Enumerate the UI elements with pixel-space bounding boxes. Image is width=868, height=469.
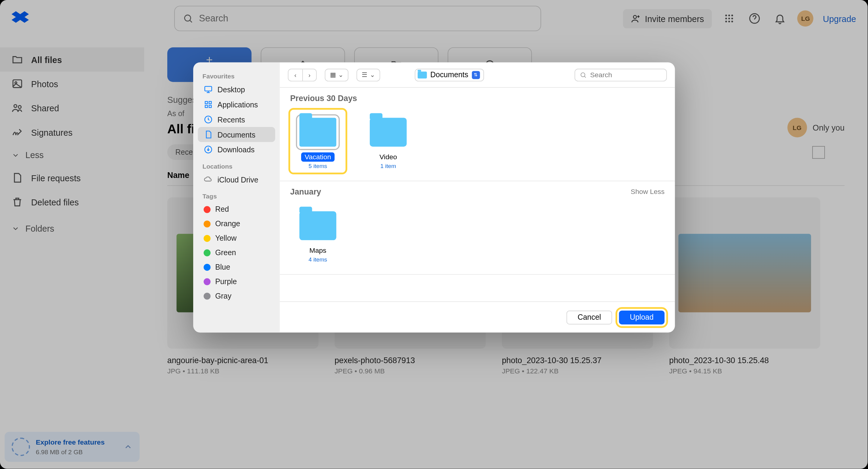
tag-label: Blue bbox=[215, 263, 230, 271]
doc-icon bbox=[204, 130, 213, 139]
folder-item[interactable]: Video 1 item bbox=[361, 110, 416, 173]
dialog-tag-item[interactable]: Green bbox=[198, 245, 275, 260]
group-title: Previous 30 Days bbox=[290, 93, 357, 103]
chevron-down-icon: ⌄ bbox=[338, 71, 343, 79]
dialog-search-input[interactable] bbox=[590, 70, 659, 79]
dialog-tag-item[interactable]: Blue bbox=[198, 260, 275, 274]
dialog-tag-item[interactable]: Orange bbox=[198, 216, 275, 231]
folder-icon bbox=[418, 71, 427, 78]
clock-icon bbox=[204, 115, 213, 124]
tag-color-dot bbox=[204, 278, 211, 285]
tag-label: Orange bbox=[215, 219, 240, 228]
chevron-left-icon[interactable]: ‹ bbox=[288, 69, 302, 81]
dialog-sidebar-label: Recents bbox=[218, 115, 245, 124]
show-less-link[interactable]: Show Less bbox=[631, 187, 664, 196]
tag-color-dot bbox=[204, 206, 211, 213]
dialog-sidebar: Favourites DesktopApplicationsRecentsDoc… bbox=[193, 62, 280, 333]
folder-sub: 4 items bbox=[309, 256, 327, 263]
dialog-tag-item[interactable]: Red bbox=[198, 202, 275, 216]
dialog-tag-item[interactable]: Gray bbox=[198, 289, 275, 303]
stack-icon: ☰ bbox=[362, 71, 367, 79]
folder-item[interactable]: Maps 4 items bbox=[290, 203, 346, 266]
svg-rect-22 bbox=[209, 105, 212, 108]
tag-color-dot bbox=[204, 249, 211, 256]
folder-icon bbox=[370, 118, 407, 147]
file-dialog: Favourites DesktopApplicationsRecentsDoc… bbox=[193, 62, 675, 333]
svg-point-25 bbox=[581, 72, 585, 76]
upload-button[interactable]: Upload bbox=[619, 310, 664, 324]
dialog-search[interactable] bbox=[575, 68, 667, 81]
dialog-sidebar-item[interactable]: Applications bbox=[198, 97, 275, 112]
tag-label: Purple bbox=[215, 277, 237, 286]
folder-name: Maps bbox=[306, 246, 330, 255]
tag-color-dot bbox=[204, 264, 211, 270]
folder-name: Vacation bbox=[301, 152, 335, 162]
svg-rect-19 bbox=[205, 101, 208, 104]
tag-label: Gray bbox=[215, 292, 231, 300]
folder-sub: 5 items bbox=[309, 163, 327, 169]
dialog-tag-item[interactable]: Yellow bbox=[198, 231, 275, 245]
dialog-sidebar-item[interactable]: Documents bbox=[198, 127, 275, 142]
path-selector[interactable]: Documents ⇅ bbox=[415, 68, 484, 81]
dialog-sidebar-label: Desktop bbox=[218, 85, 245, 94]
dropdown-arrows-icon: ⇅ bbox=[472, 70, 480, 79]
folder-item[interactable]: Vacation 5 items bbox=[290, 110, 346, 173]
cancel-button[interactable]: Cancel bbox=[567, 310, 612, 324]
dialog-sidebar-item[interactable]: Recents bbox=[198, 112, 275, 127]
tag-color-dot bbox=[204, 220, 211, 227]
dialog-sidebar-item[interactable]: Desktop bbox=[198, 82, 275, 97]
sidebar-section-favourites: Favourites bbox=[198, 70, 275, 82]
apps-icon bbox=[204, 100, 213, 109]
cloud-icon bbox=[204, 175, 213, 184]
svg-rect-18 bbox=[205, 86, 212, 91]
folder-name: Video bbox=[376, 152, 400, 162]
folder-sub: 1 item bbox=[380, 163, 396, 169]
tag-label: Red bbox=[215, 205, 229, 213]
desktop-icon bbox=[204, 85, 213, 94]
dialog-sidebar-label: Documents bbox=[218, 130, 255, 139]
group-header: Previous 30 Days bbox=[280, 88, 675, 107]
dialog-sidebar-label: Applications bbox=[218, 100, 258, 109]
tag-label: Yellow bbox=[215, 234, 237, 242]
folder-icon bbox=[299, 211, 336, 240]
dialog-tag-item[interactable]: Purple bbox=[198, 274, 275, 289]
sidebar-section-tags: Tags bbox=[198, 190, 275, 202]
sidebar-section-locations: Locations bbox=[198, 160, 275, 172]
group-header: JanuaryShow Less bbox=[280, 181, 675, 201]
group-title: January bbox=[290, 187, 321, 196]
chevron-down-icon: ⌄ bbox=[370, 71, 375, 79]
path-label: Documents bbox=[430, 70, 468, 79]
dialog-toolbar: ‹ › ▦⌄ ☰⌄ Documents ⇅ bbox=[280, 62, 675, 88]
dialog-sidebar-label: Downloads bbox=[218, 145, 255, 154]
tag-label: Green bbox=[215, 248, 236, 257]
search-icon bbox=[580, 71, 587, 78]
svg-rect-20 bbox=[209, 101, 212, 104]
dialog-sidebar-item[interactable]: Downloads bbox=[198, 142, 275, 157]
tag-color-dot bbox=[204, 235, 211, 242]
view-mode-dropdown[interactable]: ▦⌄ bbox=[325, 68, 348, 81]
grid-small-icon: ▦ bbox=[330, 71, 336, 79]
nav-back-forward[interactable]: ‹ › bbox=[288, 68, 317, 81]
download-icon bbox=[204, 145, 213, 154]
dialog-sidebar-item[interactable]: iCloud Drive bbox=[198, 172, 275, 187]
svg-rect-21 bbox=[205, 105, 208, 108]
tag-color-dot bbox=[204, 292, 211, 299]
chevron-right-icon[interactable]: › bbox=[302, 69, 316, 81]
folder-icon bbox=[299, 118, 336, 147]
dialog-sidebar-label: iCloud Drive bbox=[218, 175, 258, 184]
group-dropdown[interactable]: ☰⌄ bbox=[356, 68, 380, 81]
